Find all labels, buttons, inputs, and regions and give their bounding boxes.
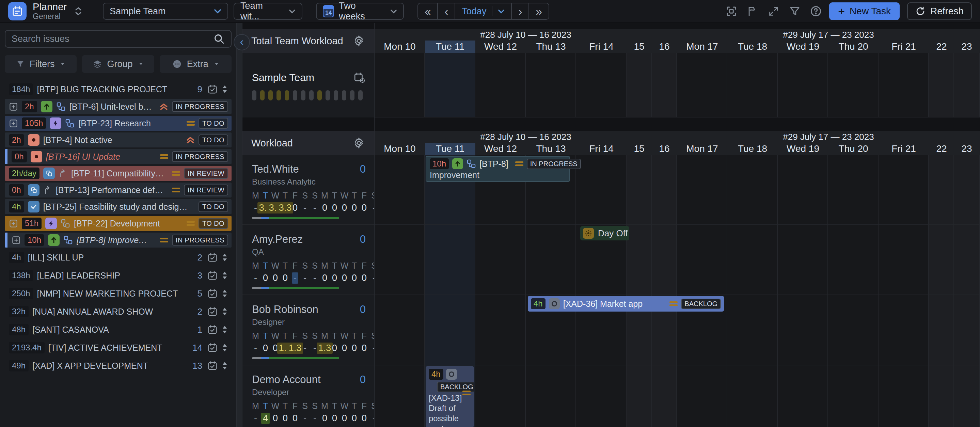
calendar-check-icon[interactable]: [207, 361, 218, 371]
person-count[interactable]: 0: [360, 303, 366, 315]
day-header-cell[interactable]: Mon 10: [375, 143, 425, 155]
sort-arrows-icon[interactable]: [221, 253, 228, 262]
grid-column[interactable]: [476, 53, 526, 117]
grid-column[interactable]: [828, 155, 878, 427]
timeline-grid-total[interactable]: [375, 53, 980, 118]
calendar-check-icon[interactable]: [207, 325, 218, 335]
task-row[interactable]: 2h/day[BTP-11] Compatibility defectsIN R…: [5, 166, 232, 181]
grid-column[interactable]: [929, 155, 954, 427]
grid-column[interactable]: [375, 155, 425, 427]
expand-icon[interactable]: [9, 102, 18, 112]
day-header-cell[interactable]: 22: [929, 143, 954, 155]
day-header-cell[interactable]: Tue 18: [727, 40, 778, 53]
person-count[interactable]: 0: [360, 233, 366, 245]
person-count[interactable]: 0: [360, 374, 366, 386]
project-row[interactable]: 2193.4h[TIV] ACTIVE ACHIEVEMENT14: [5, 339, 232, 356]
project-row[interactable]: 4h[ILL] SKILL UP2: [5, 249, 232, 266]
expand-icon[interactable]: [9, 119, 18, 128]
nav-prev-button[interactable]: ‹: [438, 3, 455, 19]
app-logo-calendar-icon[interactable]: [8, 2, 27, 21]
sort-arrows-icon[interactable]: [221, 289, 228, 298]
calendar-check-icon[interactable]: [207, 84, 218, 94]
day-header-cell[interactable]: Mon 17: [677, 40, 727, 53]
grid-column[interactable]: [476, 155, 526, 427]
nav-next-button[interactable]: ›: [512, 3, 529, 19]
flag-icon[interactable]: [745, 3, 760, 19]
grid-column[interactable]: [375, 53, 425, 117]
search-input[interactable]: [11, 34, 210, 44]
task-row[interactable]: 51h[BTP-22] DevelopmentTO DO: [5, 216, 232, 231]
calendar-check-icon[interactable]: [207, 270, 218, 280]
project-row[interactable]: 49h[XAD] X APP DEVELOPMENT13: [5, 357, 232, 374]
person-workload-row[interactable]: Demo Account 0 Developer M - T 4 W 0 T 0…: [242, 365, 374, 427]
day-header-cell[interactable]: Wed 12: [476, 40, 526, 53]
grid-column[interactable]: [929, 53, 954, 117]
gear-icon[interactable]: [353, 137, 365, 149]
grid-column[interactable]: [652, 53, 677, 117]
day-header-cell[interactable]: Mon 17: [677, 143, 727, 155]
day-header-cell[interactable]: Tue 11: [425, 143, 476, 155]
day-header-cell[interactable]: Thu 13: [526, 143, 576, 155]
day-header-cell[interactable]: Fri 14: [576, 40, 627, 53]
grid-column[interactable]: [878, 155, 929, 427]
day-header-cell[interactable]: Fri 21: [878, 40, 929, 53]
project-row[interactable]: 32h[NUA] ANNUAL AWARD SHOW2: [5, 303, 232, 320]
new-task-button[interactable]: + New Task: [829, 2, 900, 20]
sort-arrows-icon[interactable]: [221, 271, 228, 280]
day-header-cell[interactable]: Fri 14: [576, 143, 627, 155]
team-select[interactable]: Sample Team: [103, 3, 228, 20]
grid-column[interactable]: [954, 155, 980, 427]
day-header-cell[interactable]: Thu 20: [828, 40, 878, 53]
day-header-cell[interactable]: 16: [652, 40, 677, 53]
sort-arrows-icon[interactable]: [221, 307, 228, 316]
task-row[interactable]: 4h[BTP-25] Feasibility study and design …: [5, 199, 232, 214]
person-workload-row[interactable]: Ted.White 0 Business Analytic M - T 3.3 …: [242, 155, 374, 225]
scope-focus-icon[interactable]: [724, 3, 739, 19]
task-bar-xad36[interactable]: 4h [XAD-36] Market app BACKLOG: [528, 296, 724, 312]
project-row[interactable]: 48h[SANT] CASANOVA1: [5, 322, 232, 338]
sort-arrows-icon[interactable]: [221, 361, 228, 370]
task-row[interactable]: 2h[BTP-6] Unit-level bugsIN PROGRESS: [5, 99, 232, 114]
project-row[interactable]: 250h[NMP] NEW MARKETING PROJECT5: [5, 285, 232, 302]
grid-column[interactable]: [828, 53, 878, 117]
day-header-cell[interactable]: Wed 19: [778, 143, 828, 155]
grid-column[interactable]: [652, 155, 677, 427]
calendar-sync-icon[interactable]: [353, 72, 365, 83]
grid-column[interactable]: [677, 53, 727, 117]
expand-icon[interactable]: [11, 236, 21, 245]
task-row[interactable]: 0h[BTP-13] Performance defectsIN REVIEW: [5, 183, 232, 198]
sort-arrows-icon[interactable]: [221, 84, 228, 94]
group-button[interactable]: Group: [82, 55, 154, 73]
search-icon[interactable]: [213, 33, 225, 45]
sort-arrows-icon[interactable]: [221, 325, 228, 335]
panel-divider[interactable]: [236, 23, 242, 427]
grid-column[interactable]: [526, 155, 576, 427]
day-header-cell[interactable]: 16: [652, 143, 677, 155]
calendar-check-icon[interactable]: [207, 288, 218, 299]
project-row[interactable]: 184h[BTP] BUG TRACKING PROJECT9: [5, 81, 232, 97]
view-select[interactable]: Team wit...: [234, 3, 302, 20]
refresh-button[interactable]: Refresh: [907, 2, 972, 20]
day-header-cell[interactable]: Tue 18: [727, 143, 778, 155]
grid-column[interactable]: [727, 53, 778, 117]
collapse-panel-button[interactable]: ‹: [234, 34, 250, 50]
gear-icon[interactable]: [353, 35, 365, 47]
day-header-cell[interactable]: Tue 11: [425, 40, 476, 53]
day-off-chip[interactable]: Day Off: [580, 226, 629, 241]
day-header-cell[interactable]: Thu 13: [526, 40, 576, 53]
fullscreen-icon[interactable]: [766, 3, 781, 19]
calendar-check-icon[interactable]: [207, 252, 218, 263]
task-bar-btp8[interactable]: 10h [BTP-8] IN PROGRESS Improvement: [426, 156, 570, 182]
today-button[interactable]: Today: [455, 3, 512, 19]
extra-button[interactable]: Extra: [160, 55, 232, 73]
person-count[interactable]: 0: [360, 163, 366, 175]
person-workload-row[interactable]: Bob Robinson 0 Designer M - T 0 W 0 T 1.…: [242, 295, 374, 365]
expand-icon[interactable]: [9, 219, 18, 228]
filter-funnel-icon[interactable]: [787, 3, 803, 19]
grid-column[interactable]: [778, 53, 828, 117]
day-header-cell[interactable]: 23: [954, 40, 979, 53]
help-icon[interactable]: [808, 3, 824, 19]
project-row[interactable]: 138h[LEAD] LEADERSHIP3: [5, 267, 232, 284]
day-header-cell[interactable]: 22: [929, 40, 954, 53]
task-bar-xad13[interactable]: 4h BACKLOG [XAD-13] Draft of possible co…: [426, 366, 474, 427]
